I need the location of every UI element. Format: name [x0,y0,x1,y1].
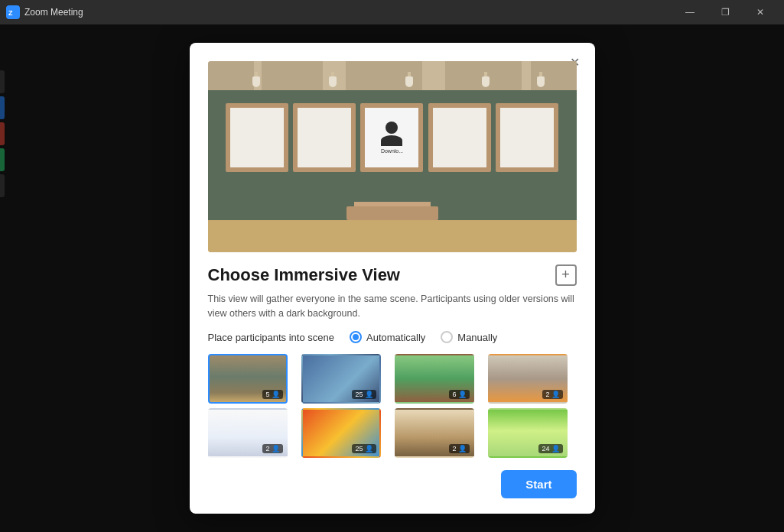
ceiling-light [482,76,490,87]
start-button[interactable]: Start [501,470,576,498]
scene-thumbnail[interactable]: 5 👤 [208,354,288,404]
scene-thumbnail[interactable]: 2 👤 [488,354,568,404]
auto-radio[interactable] [350,331,362,343]
participant-count-badge: 2 👤 [542,390,562,399]
title-bar-controls: — ❐ ✕ [672,0,778,24]
title-bar-left: Z Zoom Meeting [6,5,83,19]
bench [346,206,438,220]
gallery-frame [496,103,558,172]
participant-count-badge: 2 👤 [262,444,282,453]
app-title: Zoom Meeting [24,7,83,18]
title-bar: Z Zoom Meeting — ❐ ✕ [0,0,784,24]
modal-description: This view will gather everyone in the sa… [208,292,577,321]
scene-thumbnail[interactable]: 2 👤 [395,408,474,458]
place-participants-row: Place participants into scene Automatica… [208,331,577,343]
scene-preview: Downlo... [208,61,577,252]
manual-label: Manually [457,332,497,343]
modal-overlay: ✕ [0,24,784,532]
svg-text:Z: Z [8,9,13,17]
participant-count-badge: 5 👤 [262,390,282,399]
scene-thumbnail[interactable]: 25 👤 [301,354,381,404]
maximize-button[interactable]: ❐ [708,0,743,24]
immersive-view-modal: ✕ [190,43,595,514]
gallery-frame [226,103,288,172]
place-label: Place participants into scene [208,332,334,343]
scene-thumbnail[interactable]: 25 👤 [301,408,381,458]
gallery-frame [293,103,356,172]
scene-thumbnail[interactable]: 2 👤 [208,408,288,458]
participant-count-badge: 2 👤 [449,444,469,453]
ceiling [208,61,577,90]
floor [208,220,577,252]
participant-avatar: Downlo... [381,122,403,154]
manual-option[interactable]: Manually [441,331,497,343]
auto-option[interactable]: Automatically [350,331,425,343]
modal-title-row: Choose Immersive View + [208,264,577,286]
ceiling-light [252,76,260,87]
window-close-button[interactable]: ✕ [743,0,778,24]
ceiling-light [405,76,413,87]
participant-count-badge: 6 👤 [449,390,469,399]
add-scene-button[interactable]: + [555,264,577,286]
scene-thumbnail[interactable]: 24 👤 [488,408,568,458]
zoom-logo-icon: Z [6,5,20,19]
modal-footer: Start [208,470,577,498]
minimize-button[interactable]: — [672,0,708,24]
beam [208,61,254,90]
ceiling-light [329,76,337,87]
participant-count-badge: 24 👤 [538,444,562,453]
gallery-frame [428,103,491,172]
auto-label: Automatically [366,332,425,343]
scenes-grid: 5 👤25 👤6 👤2 👤2 👤25 👤2 👤24 👤 [208,354,577,458]
manual-radio[interactable] [441,331,453,343]
modal-title: Choose Immersive View [208,265,401,285]
participant-count-badge: 25 👤 [352,390,376,399]
beam [262,61,323,90]
frames-row: Downlo... [208,103,577,172]
participant-count-badge: 25 👤 [352,444,376,453]
avatar-label: Downlo... [381,148,403,154]
ceiling-light [537,76,545,87]
scene-thumbnail[interactable]: 6 👤 [395,354,474,404]
gallery-frame-center: Downlo... [360,103,423,172]
